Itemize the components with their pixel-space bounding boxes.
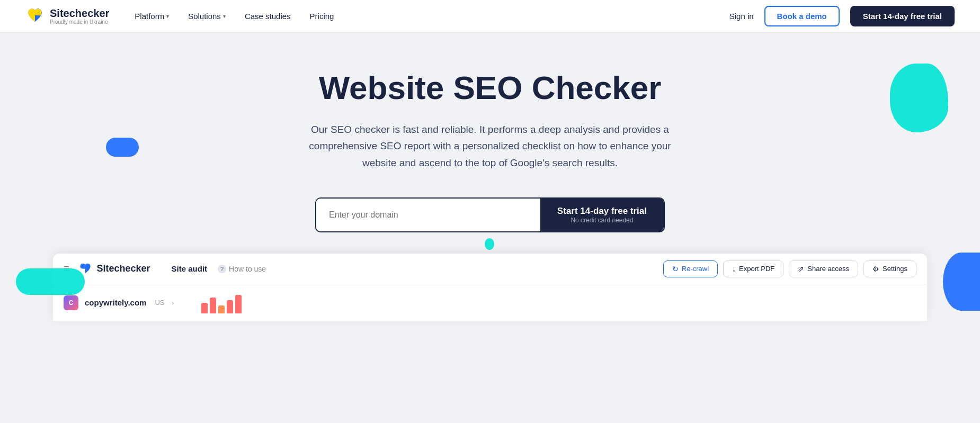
recrawl-icon: ↻ [672, 265, 679, 273]
cyan-blob-bottom-left [16, 268, 85, 295]
cyan-small-blob [485, 238, 494, 250]
nav-links: Platform ▾ Solutions ▾ Case studies Pric… [135, 12, 729, 21]
hero-section: Website SEO Checker Our SEO checker is f… [0, 32, 980, 343]
chevron-down-icon: ▾ [223, 13, 226, 19]
share-icon: ⇗ [798, 265, 804, 273]
start-free-trial-button[interactable]: Start 14-day free trial No credit card n… [540, 199, 664, 231]
nav-solutions[interactable]: Solutions ▾ [188, 12, 226, 21]
nav-case-studies[interactable]: Case studies [245, 12, 291, 21]
nav-pricing[interactable]: Pricing [310, 12, 334, 21]
sign-in-link[interactable]: Sign in [729, 12, 754, 21]
question-icon: ? [218, 265, 226, 273]
app-logo-name: Sitechecker [97, 263, 150, 274]
country-chevron-icon[interactable]: › [172, 300, 174, 306]
app-toolbar: ≡ Sitechecker Site audit ? How to use [53, 254, 927, 284]
domain-input[interactable] [316, 199, 540, 231]
book-demo-button[interactable]: Book a demo [764, 6, 840, 26]
settings-button[interactable]: ⚙ Settings [863, 260, 916, 277]
nav-actions: Sign in Book a demo Start 14-day free tr… [729, 6, 955, 26]
chart-bar [210, 298, 216, 313]
chevron-down-icon: ▾ [166, 13, 169, 19]
export-pdf-button[interactable]: ↓ Export PDF [723, 260, 783, 277]
start-trial-button[interactable]: Start 14-day free trial [850, 6, 955, 26]
domain-search-bar: Start 14-day free trial No credit card n… [11, 197, 969, 232]
chart-bar [235, 295, 242, 313]
blue-blob-bottom-right [943, 253, 980, 311]
logo[interactable]: Sitechecker Proudly made in Ukraine [25, 6, 109, 25]
share-access-button[interactable]: ⇗ Share access [789, 260, 858, 277]
trial-cta-main: Start 14-day free trial [557, 206, 647, 217]
svg-rect-0 [28, 9, 41, 16]
site-favicon: C [64, 295, 78, 310]
site-domain[interactable]: copywritely.com [85, 298, 146, 307]
nav-platform[interactable]: Platform ▾ [135, 12, 169, 21]
logo-icon [25, 6, 44, 25]
trial-cta-sub: No credit card needed [571, 217, 633, 224]
chart-bar [201, 303, 208, 313]
tab-how-to-use[interactable]: ? How to use [218, 265, 266, 273]
site-country: US [155, 299, 164, 307]
tab-site-audit[interactable]: Site audit [170, 264, 210, 273]
hero-description: Our SEO checker is fast and reliable. It… [299, 121, 681, 171]
logo-name: Sitechecker [50, 7, 109, 19]
chart-bar [227, 300, 233, 313]
app-logo: Sitechecker [78, 262, 150, 276]
download-icon: ↓ [732, 265, 736, 273]
recrawl-button[interactable]: ↻ Re-crawl [663, 260, 718, 277]
mini-chart [201, 292, 242, 313]
app-content-row: C copywritely.com US › [53, 284, 927, 321]
app-preview: ≡ Sitechecker Site audit ? How to use [53, 254, 927, 321]
navbar: Sitechecker Proudly made in Ukraine Plat… [0, 0, 980, 32]
blue-blob-left [106, 138, 139, 157]
hero-title: Website SEO Checker [11, 69, 969, 106]
logo-tagline: Proudly made in Ukraine [50, 19, 109, 25]
app-bar-actions: ↻ Re-crawl ↓ Export PDF ⇗ Share access ⚙… [663, 260, 916, 277]
chart-bar [218, 305, 225, 313]
gear-icon: ⚙ [872, 265, 879, 273]
